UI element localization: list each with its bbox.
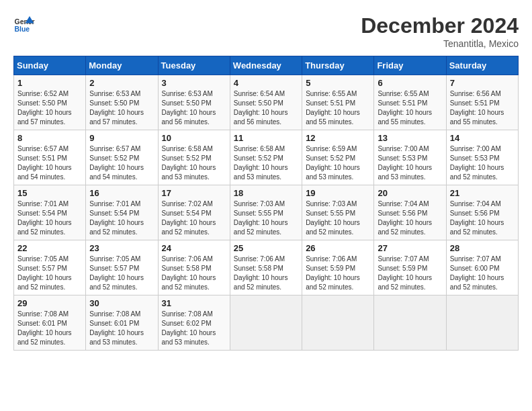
logo-icon: General Blue — [13, 13, 35, 35]
calendar-cell: 16Sunrise: 7:01 AMSunset: 5:54 PMDayligh… — [86, 185, 158, 240]
calendar-cell: 13Sunrise: 7:00 AMSunset: 5:53 PMDayligh… — [374, 130, 446, 185]
calendar-cell: 30Sunrise: 7:08 AMSunset: 6:01 PMDayligh… — [86, 295, 158, 351]
calendar-cell — [302, 295, 374, 351]
title-area: December 2024 Tenantitla, Mexico — [361, 13, 519, 49]
calendar-cell: 15Sunrise: 7:01 AMSunset: 5:54 PMDayligh… — [14, 185, 86, 240]
header: General Blue December 2024 Tenantitla, M… — [13, 13, 519, 49]
day-number: 13 — [378, 133, 442, 143]
day-number: 8 — [17, 133, 82, 143]
calendar-body: 1Sunrise: 6:52 AMSunset: 5:50 PMDaylight… — [14, 75, 519, 351]
calendar-cell: 22Sunrise: 7:05 AMSunset: 5:57 PMDayligh… — [14, 240, 86, 295]
calendar-cell: 26Sunrise: 7:06 AMSunset: 5:59 PMDayligh… — [302, 240, 374, 295]
day-number: 7 — [450, 78, 515, 88]
weekday-header-monday: Monday — [86, 56, 158, 75]
day-number: 2 — [89, 78, 154, 88]
day-number: 25 — [234, 243, 298, 253]
day-info: Sunrise: 7:06 AMSunset: 5:58 PMDaylight:… — [234, 255, 298, 292]
calendar-cell: 31Sunrise: 7:08 AMSunset: 6:02 PMDayligh… — [158, 295, 230, 351]
day-number: 17 — [162, 188, 226, 198]
day-number: 1 — [17, 78, 82, 88]
day-number: 4 — [234, 78, 298, 88]
calendar-cell: 19Sunrise: 7:03 AMSunset: 5:55 PMDayligh… — [302, 185, 374, 240]
day-info: Sunrise: 7:08 AMSunset: 6:01 PMDaylight:… — [17, 310, 82, 347]
day-number: 22 — [17, 243, 82, 253]
day-number: 11 — [234, 133, 298, 143]
weekday-header-row: SundayMondayTuesdayWednesdayThursdayFrid… — [14, 56, 519, 75]
day-info: Sunrise: 7:08 AMSunset: 6:02 PMDaylight:… — [162, 310, 226, 347]
calendar-cell: 21Sunrise: 7:04 AMSunset: 5:56 PMDayligh… — [446, 185, 518, 240]
weekday-header-thursday: Thursday — [302, 56, 374, 75]
calendar-table: SundayMondayTuesdayWednesdayThursdayFrid… — [13, 56, 519, 351]
calendar-cell: 5Sunrise: 6:55 AMSunset: 5:51 PMDaylight… — [302, 75, 374, 130]
calendar-cell: 28Sunrise: 7:07 AMSunset: 6:00 PMDayligh… — [446, 240, 518, 295]
day-number: 30 — [89, 298, 154, 308]
weekday-header-wednesday: Wednesday — [230, 56, 302, 75]
day-info: Sunrise: 7:01 AMSunset: 5:54 PMDaylight:… — [17, 199, 82, 237]
calendar-cell: 27Sunrise: 7:07 AMSunset: 5:59 PMDayligh… — [374, 240, 446, 295]
calendar-week-4: 22Sunrise: 7:05 AMSunset: 5:57 PMDayligh… — [14, 240, 519, 295]
day-info: Sunrise: 6:57 AMSunset: 5:52 PMDaylight:… — [89, 144, 154, 182]
weekday-header-sunday: Sunday — [14, 56, 86, 75]
calendar-cell: 14Sunrise: 7:00 AMSunset: 5:53 PMDayligh… — [446, 130, 518, 185]
calendar-cell: 4Sunrise: 6:54 AMSunset: 5:50 PMDaylight… — [230, 75, 302, 130]
day-info: Sunrise: 6:54 AMSunset: 5:50 PMDaylight:… — [234, 89, 298, 127]
weekday-header-friday: Friday — [374, 56, 446, 75]
logo: General Blue — [13, 13, 35, 35]
calendar-cell: 6Sunrise: 6:55 AMSunset: 5:51 PMDaylight… — [374, 75, 446, 130]
day-number: 6 — [378, 78, 442, 88]
day-number: 28 — [450, 243, 515, 253]
day-info: Sunrise: 6:53 AMSunset: 5:50 PMDaylight:… — [162, 89, 226, 127]
calendar-cell: 25Sunrise: 7:06 AMSunset: 5:58 PMDayligh… — [230, 240, 302, 295]
calendar-cell: 3Sunrise: 6:53 AMSunset: 5:50 PMDaylight… — [158, 75, 230, 130]
day-number: 27 — [378, 243, 442, 253]
weekday-header-saturday: Saturday — [446, 56, 518, 75]
calendar-cell: 7Sunrise: 6:56 AMSunset: 5:51 PMDaylight… — [446, 75, 518, 130]
day-info: Sunrise: 7:04 AMSunset: 5:56 PMDaylight:… — [378, 199, 442, 237]
calendar-cell: 23Sunrise: 7:05 AMSunset: 5:57 PMDayligh… — [86, 240, 158, 295]
calendar-cell: 17Sunrise: 7:02 AMSunset: 5:54 PMDayligh… — [158, 185, 230, 240]
day-info: Sunrise: 6:57 AMSunset: 5:51 PMDaylight:… — [17, 144, 82, 182]
day-info: Sunrise: 7:00 AMSunset: 5:53 PMDaylight:… — [450, 144, 515, 182]
calendar-cell: 8Sunrise: 6:57 AMSunset: 5:51 PMDaylight… — [14, 130, 86, 185]
day-info: Sunrise: 6:55 AMSunset: 5:51 PMDaylight:… — [378, 89, 442, 127]
day-info: Sunrise: 7:06 AMSunset: 5:58 PMDaylight:… — [162, 255, 226, 292]
day-number: 21 — [450, 188, 515, 198]
calendar-cell: 1Sunrise: 6:52 AMSunset: 5:50 PMDaylight… — [14, 75, 86, 130]
day-number: 26 — [306, 243, 370, 253]
calendar-cell: 29Sunrise: 7:08 AMSunset: 6:01 PMDayligh… — [14, 295, 86, 351]
calendar-cell — [446, 295, 518, 351]
calendar-cell — [230, 295, 302, 351]
day-number: 9 — [89, 133, 154, 143]
day-info: Sunrise: 7:02 AMSunset: 5:54 PMDaylight:… — [162, 199, 226, 237]
day-info: Sunrise: 6:56 AMSunset: 5:51 PMDaylight:… — [450, 89, 515, 127]
calendar-title: December 2024 — [361, 13, 519, 38]
day-number: 10 — [162, 133, 226, 143]
day-number: 19 — [306, 188, 370, 198]
day-info: Sunrise: 7:07 AMSunset: 5:59 PMDaylight:… — [378, 255, 442, 292]
day-info: Sunrise: 7:08 AMSunset: 6:01 PMDaylight:… — [89, 310, 154, 347]
day-info: Sunrise: 6:53 AMSunset: 5:50 PMDaylight:… — [89, 89, 154, 127]
day-info: Sunrise: 6:58 AMSunset: 5:52 PMDaylight:… — [162, 144, 226, 182]
day-info: Sunrise: 6:55 AMSunset: 5:51 PMDaylight:… — [306, 89, 370, 127]
day-info: Sunrise: 7:07 AMSunset: 6:00 PMDaylight:… — [450, 255, 515, 292]
calendar-cell — [374, 295, 446, 351]
day-number: 24 — [162, 243, 226, 253]
weekday-header-tuesday: Tuesday — [158, 56, 230, 75]
calendar-week-2: 8Sunrise: 6:57 AMSunset: 5:51 PMDaylight… — [14, 130, 519, 185]
svg-text:Blue: Blue — [15, 26, 30, 33]
calendar-subtitle: Tenantitla, Mexico — [361, 38, 519, 49]
day-number: 29 — [17, 298, 82, 308]
day-info: Sunrise: 7:03 AMSunset: 5:55 PMDaylight:… — [306, 199, 370, 237]
day-info: Sunrise: 7:06 AMSunset: 5:59 PMDaylight:… — [306, 255, 370, 292]
calendar-cell: 9Sunrise: 6:57 AMSunset: 5:52 PMDaylight… — [86, 130, 158, 185]
calendar-cell: 24Sunrise: 7:06 AMSunset: 5:58 PMDayligh… — [158, 240, 230, 295]
day-number: 23 — [89, 243, 154, 253]
day-number: 18 — [234, 188, 298, 198]
day-number: 20 — [378, 188, 442, 198]
day-number: 31 — [162, 298, 226, 308]
day-number: 3 — [162, 78, 226, 88]
day-number: 15 — [17, 188, 82, 198]
day-number: 12 — [306, 133, 370, 143]
calendar-week-3: 15Sunrise: 7:01 AMSunset: 5:54 PMDayligh… — [14, 185, 519, 240]
day-info: Sunrise: 6:52 AMSunset: 5:50 PMDaylight:… — [17, 89, 82, 127]
